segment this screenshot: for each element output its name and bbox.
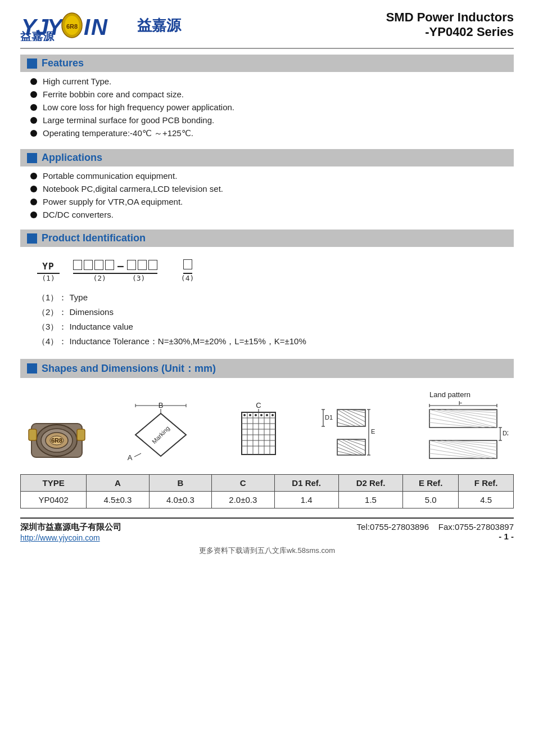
box-char [127, 260, 136, 270]
cell-b: 4.0±0.3 [149, 492, 211, 508]
svg-text:益嘉源: 益嘉源 [20, 30, 55, 41]
footer-bottom-text: 更多资料下载请到五八文库wk.58sms.com [20, 546, 514, 556]
list-item: High current Type. [30, 76, 514, 86]
box-char [105, 260, 114, 270]
bullet-icon [30, 130, 37, 137]
footer-tel: Tel:0755-27803896 [357, 522, 429, 532]
col-header-e: E Ref. [403, 475, 459, 492]
land-pattern-diagram: Land pattern F [418, 390, 508, 463]
list-item: Portable communication equipment. [30, 171, 514, 181]
svg-rect-14 [29, 429, 37, 440]
svg-text:A: A [127, 453, 132, 462]
diamond-svg: B Marking A [124, 401, 197, 463]
cell-d1: 1.4 [274, 492, 338, 508]
land-pattern-label: Land pattern [429, 390, 470, 399]
applications-icon [27, 153, 37, 163]
header-title: SMD Power Inductors -YP0402 Series [386, 10, 514, 39]
footer-company: 深圳市益嘉源电子有限公司 [20, 522, 121, 533]
footer-page: - 1 - [357, 532, 514, 541]
product-id-icon [27, 233, 37, 244]
applications-list: Portable communication equipment. Notebo… [30, 171, 514, 223]
page-header: Y J Y 6R8 I N 益嘉源 益嘉源 SMD Power Inductor… [20, 10, 514, 41]
bullet-icon [30, 78, 37, 85]
product-id-section-bar: Product Identification [20, 230, 514, 247]
logo-icon: Y J Y 6R8 I N 益嘉源 [20, 10, 133, 41]
diamond-diagram: B Marking A [124, 401, 197, 463]
desc-item-3: （3）： Inductance value [37, 322, 514, 332]
product-id-title: Product Identification [42, 232, 146, 244]
box-char [84, 260, 93, 270]
footer-left: 深圳市益嘉源电子有限公司 http://www.yjycoin.com [20, 522, 121, 542]
svg-text:E: E [371, 428, 375, 435]
cell-a: 4.5±0.3 [87, 492, 149, 508]
logo-cn-text: 益嘉源 [137, 16, 181, 35]
list-item: Power supply for VTR,OA equipment. [30, 197, 514, 206]
col-header-b: B [149, 475, 211, 492]
list-item: Low core loss for high frequency power a… [30, 102, 514, 112]
cell-c: 2.0±0.3 [212, 492, 274, 508]
shapes-title: Shapes and Dimensions (Unit：mm) [42, 362, 216, 375]
svg-text:N: N [91, 15, 108, 39]
svg-rect-15 [77, 429, 85, 440]
list-item: Operating temperature:-40℃ ～+125℃. [30, 128, 514, 139]
footer-link[interactable]: http://www.yjycoin.com [20, 533, 100, 542]
svg-point-40 [243, 414, 246, 416]
inductor-svg: 6R8 [26, 412, 88, 463]
logo-area: Y J Y 6R8 I N 益嘉源 益嘉源 [20, 10, 181, 41]
svg-text:F: F [459, 401, 463, 406]
svg-point-41 [249, 414, 251, 416]
shapes-icon [27, 363, 37, 374]
applications-section-bar: Applications [20, 149, 514, 166]
cell-f: 4.5 [459, 492, 514, 508]
list-item: Ferrite bobbin core and compact size. [30, 89, 514, 99]
footer-divider [20, 518, 514, 519]
dimensions-table: TYPE A B C D1 Ref. D2 Ref. E Ref. F Ref.… [20, 474, 514, 508]
diagram-row: 6R8 B Marking A [20, 390, 514, 463]
bullet-icon [30, 117, 37, 124]
inductor-photo: 6R8 [26, 412, 88, 463]
side-view-svg: D1 E [320, 401, 382, 463]
col-header-f: F Ref. [459, 475, 514, 492]
svg-point-45 [271, 414, 274, 416]
features-title: Features [42, 57, 84, 69]
cross-section-diagram: C [233, 401, 284, 463]
svg-text:6R8: 6R8 [66, 23, 78, 30]
box-char [73, 260, 82, 270]
bullet-icon [30, 212, 37, 218]
bullet-icon [30, 91, 37, 98]
product-id-diagram: YP (1) — (2) (3) [37, 259, 514, 284]
col-header-d2: D2 Ref. [338, 475, 402, 492]
box-char [94, 260, 103, 270]
features-list: High current Type. Ferrite bobbin core a… [30, 76, 514, 142]
footer: 深圳市益嘉源电子有限公司 http://www.yjycoin.com Tel:… [20, 518, 514, 556]
list-item: DC/DC converters. [30, 210, 514, 219]
cell-d2: 1.5 [338, 492, 402, 508]
svg-point-42 [255, 414, 257, 416]
col-header-a: A [87, 475, 149, 492]
svg-text:C: C [256, 401, 261, 410]
col-header-d1: D1 Ref. [274, 475, 338, 492]
svg-line-25 [134, 453, 141, 457]
applications-title: Applications [42, 152, 102, 164]
side-view-diagram: D1 E [320, 401, 382, 463]
svg-point-44 [266, 414, 268, 416]
shapes-section-bar: Shapes and Dimensions (Unit：mm) [20, 359, 514, 378]
title-sub: -YP0402 Series [386, 25, 514, 39]
table-header-row: TYPE A B C D1 Ref. D2 Ref. E Ref. F Ref. [21, 475, 514, 492]
box-char [148, 260, 157, 270]
desc-item-2: （2）： Dimensions [37, 307, 514, 318]
col-header-c: C [212, 475, 274, 492]
cross-section-svg: C [233, 401, 284, 463]
features-icon [27, 58, 37, 69]
title-main: SMD Power Inductors [386, 10, 514, 25]
list-item: Notebook PC,digital carmera,LCD televisi… [30, 184, 514, 194]
footer-right: Tel:0755-27803896 Fax:0755-27803897 - 1 … [357, 522, 514, 541]
footer-content: 深圳市益嘉源电子有限公司 http://www.yjycoin.com Tel:… [20, 522, 514, 542]
bullet-icon [30, 186, 37, 192]
svg-text:D2: D2 [503, 430, 508, 436]
footer-fax: Fax:0755-27803897 [438, 522, 514, 532]
land-pattern-svg: F [418, 401, 508, 463]
prod-id-part2: — (2) (3) [73, 260, 157, 282]
bullet-icon [30, 173, 37, 179]
bullet-icon [30, 104, 37, 111]
